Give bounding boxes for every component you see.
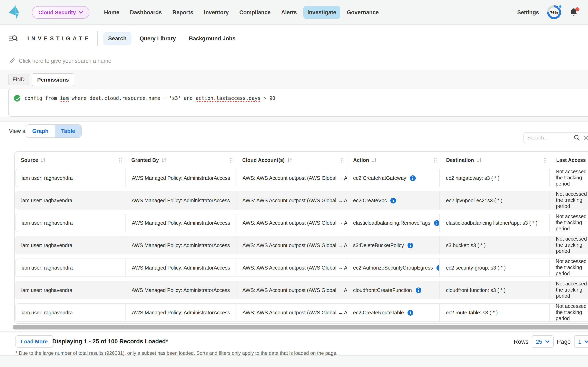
query-seg: where dest.cloud.resource.name = 's3' an… bbox=[69, 95, 196, 101]
edit-pencil-icon bbox=[9, 58, 15, 64]
chevron-down-icon bbox=[79, 11, 83, 14]
info-icon[interactable] bbox=[410, 175, 415, 181]
rows-per-page-select[interactable]: 25 bbox=[532, 335, 554, 348]
column-label: Source bbox=[21, 157, 38, 163]
nav-item-compliance[interactable]: Compliance bbox=[235, 6, 275, 18]
view-toggle-graph[interactable]: Graph bbox=[26, 125, 55, 137]
action-text: cloudfront:CreateFunction bbox=[353, 287, 412, 293]
column-header-cloud-accounts[interactable]: Cloud Account(s) bbox=[236, 152, 347, 169]
query-seg-underlined: action.lastaccess.days bbox=[196, 95, 260, 101]
query-type-bar: FIND Permissions bbox=[0, 70, 588, 89]
results-footnote: * Due to the large number of total resul… bbox=[16, 350, 337, 356]
nav-item-reports[interactable]: Reports bbox=[168, 6, 198, 18]
sort-icon[interactable] bbox=[372, 158, 377, 163]
nav-item-investigate[interactable]: Investigate bbox=[303, 6, 340, 18]
table-row[interactable]: iam user: raghavendra AWS Managed Policy… bbox=[15, 169, 588, 187]
cell-action: ec2:CreateNatGateway bbox=[347, 169, 440, 187]
table-row[interactable]: iam user: raghavendra AWS Managed Policy… bbox=[15, 214, 588, 232]
divider bbox=[97, 31, 98, 46]
usage-percent-label: 76% bbox=[549, 7, 559, 17]
product-switcher-label: Cloud Security bbox=[38, 9, 76, 15]
table-search-input[interactable] bbox=[527, 134, 570, 141]
nav-item-alerts[interactable]: Alerts bbox=[277, 6, 301, 18]
table-row[interactable]: iam user: raghavendra AWS Managed Policy… bbox=[15, 191, 588, 210]
cell-destination: ec2 route-table: s3 ( * ) bbox=[440, 304, 550, 321]
column-header-source[interactable]: Source bbox=[15, 152, 125, 169]
search-name-field[interactable]: Click here to give your search a name bbox=[0, 52, 588, 70]
nav-item-inventory[interactable]: Inventory bbox=[200, 6, 233, 18]
query-seg: > 90 bbox=[260, 95, 275, 101]
load-more-button[interactable]: Load More bbox=[15, 335, 53, 348]
cell-source: iam user: raghavendra bbox=[15, 236, 126, 254]
column-drag-handle[interactable] bbox=[119, 158, 122, 163]
info-icon[interactable] bbox=[407, 242, 413, 248]
clear-search-icon[interactable] bbox=[584, 135, 588, 140]
info-icon[interactable] bbox=[434, 220, 440, 226]
column-header-action[interactable]: Action bbox=[347, 152, 440, 169]
main-nav: Home Dashboards Reports Inventory Compli… bbox=[100, 6, 383, 18]
search-name-placeholder: Click here to give your search a name bbox=[19, 58, 111, 64]
table-row[interactable]: iam user: raghavendra AWS Managed Policy… bbox=[15, 236, 588, 254]
tab-background-jobs[interactable]: Background Jobs bbox=[184, 32, 240, 45]
cell-source: iam user: raghavendra bbox=[15, 191, 126, 210]
cell-action: ec2:CreateVpc bbox=[347, 191, 440, 210]
investigate-tabs: Search Query Library Background Jobs bbox=[103, 32, 240, 45]
info-icon[interactable] bbox=[390, 198, 396, 203]
nav-item-dashboards[interactable]: Dashboards bbox=[126, 6, 166, 18]
product-switcher[interactable]: Cloud Security bbox=[32, 6, 89, 18]
column-drag-handle[interactable] bbox=[230, 158, 233, 163]
nav-item-governance[interactable]: Governance bbox=[343, 6, 383, 18]
settings-link[interactable]: Settings bbox=[517, 9, 539, 15]
cell-granted-by: AWS Managed Policy: AdministratorAccess bbox=[126, 191, 236, 210]
tab-search[interactable]: Search bbox=[103, 32, 131, 45]
cell-granted-by: AWS Managed Policy: AdministratorAccess bbox=[126, 304, 236, 321]
cell-destination: s3 bucket: s3 ( * ) bbox=[440, 236, 550, 254]
last-access-text: Not accessed in the tracking period bbox=[556, 281, 588, 299]
view-toggle-table[interactable]: Table bbox=[55, 125, 81, 137]
column-header-destination[interactable]: Destination bbox=[440, 152, 550, 169]
cell-action: elasticloadbalancing:RemoveTags bbox=[347, 214, 440, 232]
table-row[interactable]: iam user: raghavendra AWS Managed Policy… bbox=[15, 259, 588, 277]
page-value: 1 bbox=[578, 338, 581, 345]
sort-icon[interactable] bbox=[476, 158, 482, 163]
query-seg: config from bbox=[25, 95, 60, 101]
sort-icon[interactable] bbox=[287, 158, 292, 163]
query-editor[interactable]: config from iam where dest.cloud.resourc… bbox=[8, 89, 588, 117]
last-access-text: Not accessed in the tracking period bbox=[555, 259, 588, 276]
permissions-tab[interactable]: Permissions bbox=[32, 73, 74, 86]
prisma-cloud-logo-icon[interactable] bbox=[9, 5, 20, 19]
horizontal-scrollbar[interactable] bbox=[13, 325, 588, 329]
info-icon[interactable] bbox=[415, 287, 421, 293]
action-text: elasticloadbalancing:RemoveTags bbox=[353, 220, 430, 226]
cell-granted-by: AWS Managed Policy: AdministratorAccess bbox=[126, 281, 236, 299]
page-select[interactable]: 1 bbox=[574, 335, 588, 348]
table-search-box bbox=[523, 132, 588, 143]
usage-progress-ring[interactable]: 76% bbox=[547, 5, 561, 19]
last-access-text: Not accessed in the tracking period bbox=[555, 169, 588, 187]
column-header-granted-by[interactable]: Granted By bbox=[125, 152, 236, 169]
search-icon[interactable] bbox=[574, 134, 580, 141]
tab-query-library[interactable]: Query Library bbox=[135, 32, 181, 45]
action-text: ec2:CreateNatGateway bbox=[353, 175, 406, 181]
action-text: ec2:CreateVpc bbox=[353, 198, 387, 203]
notifications-button[interactable] bbox=[569, 8, 578, 17]
pagination-controls: Rows 25 Page 1 of 4 bbox=[514, 335, 588, 348]
nav-item-home[interactable]: Home bbox=[100, 6, 123, 18]
info-icon[interactable] bbox=[437, 265, 440, 271]
last-access-text: Not accessed in the tracking period bbox=[555, 214, 588, 232]
table-row[interactable]: iam user: raghavendra AWS Managed Policy… bbox=[15, 281, 588, 299]
last-access-text: Not accessed in the tracking period bbox=[555, 304, 588, 321]
info-icon[interactable] bbox=[407, 310, 413, 315]
column-drag-handle[interactable] bbox=[544, 158, 547, 163]
sort-icon[interactable] bbox=[161, 158, 167, 163]
bottom-band bbox=[0, 355, 588, 367]
action-text: ec2:CreateRouteTable bbox=[353, 310, 404, 315]
column-drag-handle[interactable] bbox=[433, 158, 437, 163]
cell-destination: elasticloadbalancing listener/app: s3 ( … bbox=[440, 214, 550, 232]
column-drag-handle[interactable] bbox=[341, 158, 344, 163]
sort-icon[interactable] bbox=[41, 158, 46, 163]
column-header-last-access[interactable]: Last Access bbox=[550, 152, 588, 169]
table-row[interactable]: iam user: raghavendra AWS Managed Policy… bbox=[15, 303, 588, 322]
chevron-down-icon bbox=[545, 340, 550, 343]
chevron-down-icon bbox=[584, 340, 588, 343]
